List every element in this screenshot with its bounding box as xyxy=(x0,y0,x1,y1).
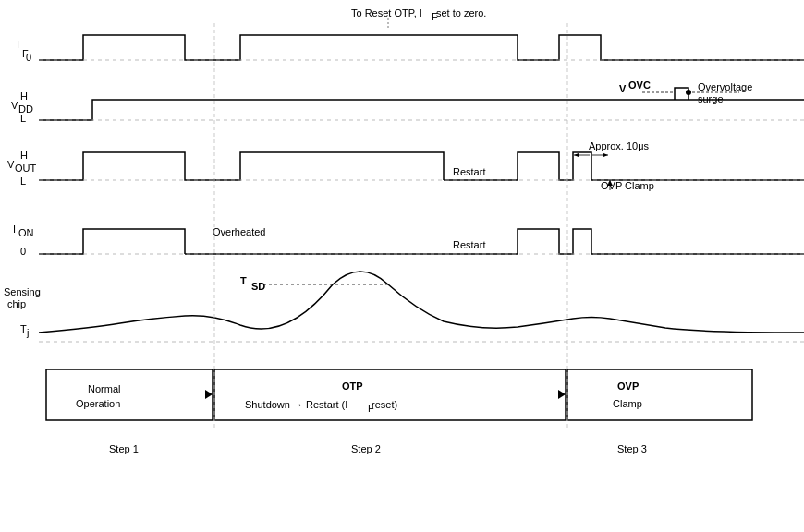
vdd-h: H xyxy=(20,91,28,102)
box1-line1: Normal xyxy=(88,383,120,394)
ion-sub: ON xyxy=(18,227,34,238)
vovc-label: V xyxy=(619,83,627,94)
reset-otp-text: To Reset OTP, I xyxy=(351,7,422,18)
vout-signal1 xyxy=(39,152,444,180)
approx-10us-text: Approx. 10μs xyxy=(589,140,650,151)
box3-rect xyxy=(567,369,752,420)
if-signal xyxy=(39,35,804,60)
vdd-l: L xyxy=(20,113,26,124)
if-zero: 0 xyxy=(26,52,31,63)
box2-line1: OTP xyxy=(342,381,363,392)
vdd-label: V xyxy=(11,100,18,111)
timing-diagram-svg: I F 0 V DD H L V OUT H L I ON 0 Sensing … xyxy=(0,0,804,532)
box1-rect xyxy=(46,369,213,420)
sensing-chip-label: Sensing xyxy=(4,286,41,297)
box2-arrow xyxy=(558,390,566,399)
box2-line2: Shutdown → Restart (I xyxy=(245,399,347,410)
ion-restart-text: Restart xyxy=(453,239,485,250)
step1-label: Step 1 xyxy=(109,443,139,454)
approx-arrow-right xyxy=(603,153,608,157)
tj-label: T xyxy=(20,323,27,334)
vovc-dot xyxy=(686,90,691,95)
tsd-label: T xyxy=(240,275,247,286)
overvoltage-surge-text2: surge xyxy=(698,93,724,104)
vdd-signal xyxy=(39,100,804,120)
box2-line3: reset) xyxy=(372,399,397,410)
vovc-sub: OVC xyxy=(628,79,651,91)
step2-label: Step 2 xyxy=(351,443,381,454)
diagram-container: I F 0 V DD H L V OUT H L I ON 0 Sensing … xyxy=(0,0,804,532)
tj-sub: j xyxy=(26,327,29,338)
ion-signal1 xyxy=(39,229,185,254)
approx-arrow-left xyxy=(574,153,579,157)
vout-signal2 xyxy=(444,152,804,180)
box2-rect xyxy=(214,369,566,420)
sensing-chip-label2: chip xyxy=(7,298,26,309)
box1-line2: Operation xyxy=(76,398,120,409)
vout-label: V xyxy=(7,159,15,170)
box3-line1: OVP xyxy=(617,381,639,392)
ion-signal3 xyxy=(518,229,804,254)
vout-h: H xyxy=(20,150,28,161)
step3-label: Step 3 xyxy=(617,443,647,454)
vout-restart-text: Restart xyxy=(453,166,485,177)
tsd-sub: SD xyxy=(251,281,265,292)
tj-signal xyxy=(39,272,804,332)
if-label: I xyxy=(17,39,19,50)
box1-arrow xyxy=(205,390,213,399)
ion-zero: 0 xyxy=(20,246,26,257)
vout-l: L xyxy=(20,175,26,187)
box3-line2: Clamp xyxy=(613,398,642,409)
ion-label: I xyxy=(13,224,16,235)
overheated-text: Overheated xyxy=(213,226,265,237)
overvoltage-surge-text: Overvoltage xyxy=(698,81,752,92)
reset-otp-text2: set to zero. xyxy=(436,7,486,18)
vout-sub: OUT xyxy=(15,163,37,174)
